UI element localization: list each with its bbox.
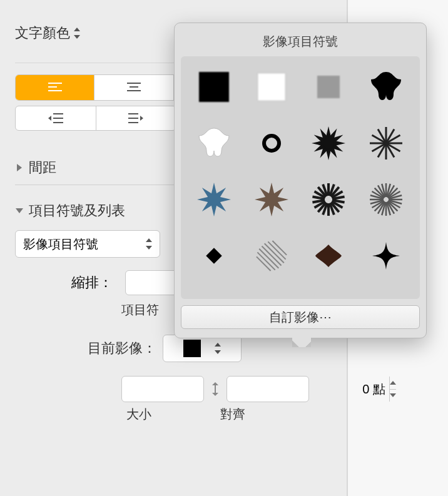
chevron-updown-icon <box>145 238 152 250</box>
text-color-dropdown[interactable]: 文字顏色 <box>15 24 80 43</box>
svg-rect-31 <box>199 72 229 102</box>
svg-marker-20 <box>17 164 22 171</box>
text-color-label: 文字顏色 <box>15 24 70 43</box>
current-image-chip <box>183 340 201 357</box>
bullet-burst-solid[interactable] <box>309 124 348 163</box>
chevron-updown-icon <box>73 28 80 39</box>
bullets-lists-label: 項目符號及列表 <box>29 201 125 220</box>
current-image-label: 目前影像： <box>88 339 156 358</box>
svg-point-42 <box>208 194 220 205</box>
custom-image-label: 自訂影像⋯ <box>269 309 332 326</box>
chevron-updown-icon <box>213 343 221 354</box>
bullet-indent-caption: 項目符 <box>121 301 159 318</box>
align-left-button[interactable] <box>16 75 94 100</box>
svg-line-91 <box>259 249 278 268</box>
stepper-up-button[interactable] <box>390 377 396 390</box>
svg-point-35 <box>323 138 334 149</box>
svg-marker-19 <box>140 116 143 121</box>
align-caption: 對齊 <box>220 406 245 423</box>
svg-marker-29 <box>390 381 396 385</box>
custom-image-button[interactable]: 自訂影像⋯ <box>181 305 420 329</box>
bullet-clover-outline[interactable] <box>195 124 233 163</box>
bullet-square-gray[interactable] <box>309 68 348 106</box>
svg-rect-33 <box>317 76 340 98</box>
svg-rect-32 <box>258 73 285 101</box>
bullet-sunray-dark[interactable] <box>309 180 348 219</box>
chevron-down-icon <box>15 208 24 214</box>
bullet-square-solid[interactable] <box>195 68 233 106</box>
bullet-type-value: 影像項目符號 <box>23 236 98 253</box>
indent-button[interactable] <box>96 106 176 130</box>
bullet-scribble[interactable] <box>252 236 291 275</box>
bullet-burst-outline[interactable] <box>367 124 405 163</box>
bullet-more[interactable] <box>252 293 291 299</box>
popover-pointer <box>292 337 311 347</box>
bullet-size-field[interactable] <box>121 376 204 402</box>
popover-title: 影像項目符號 <box>181 29 420 56</box>
bullet-grid <box>195 68 406 299</box>
bullet-burst-blue[interactable] <box>195 180 233 219</box>
size-caption: 大小 <box>126 406 151 423</box>
svg-point-34 <box>264 136 279 151</box>
bullet-square-outline[interactable] <box>252 68 291 106</box>
svg-rect-27 <box>215 385 216 393</box>
outdent-button[interactable] <box>16 106 96 130</box>
spacing-label: 間距 <box>29 158 56 177</box>
bullet-sunray-gray[interactable] <box>367 180 405 219</box>
image-bullet-popover: 影像項目符號 自訂影像⋯ <box>174 23 427 338</box>
svg-marker-21 <box>16 208 23 213</box>
current-image-dropdown[interactable] <box>163 335 242 362</box>
bullet-burst-brown[interactable] <box>252 180 291 219</box>
svg-line-89 <box>264 243 283 263</box>
bullet-align-input[interactable] <box>227 382 389 397</box>
bullet-diamond-small[interactable] <box>195 236 233 275</box>
bullet-sparkle[interactable] <box>367 236 405 275</box>
bullet-align-field[interactable] <box>227 376 309 402</box>
indent-segmented <box>15 106 176 131</box>
bullet-diamond-paint[interactable] <box>309 236 348 275</box>
stepper-down-button[interactable] <box>390 390 396 402</box>
svg-marker-30 <box>390 393 396 397</box>
chevron-right-icon <box>15 163 24 172</box>
svg-line-90 <box>262 246 281 265</box>
svg-marker-28 <box>212 393 218 396</box>
bullet-clover-solid[interactable] <box>367 68 405 106</box>
align-lock-icon[interactable] <box>209 380 221 398</box>
bullet-type-dropdown[interactable]: 影像項目符號 <box>15 230 160 258</box>
svg-marker-26 <box>212 382 218 385</box>
bullet-grid-scroll[interactable] <box>181 56 420 299</box>
align-center-button[interactable] <box>94 75 173 100</box>
svg-point-43 <box>266 194 277 205</box>
svg-rect-86 <box>206 248 221 263</box>
svg-marker-15 <box>48 116 51 121</box>
indent-label: 縮排： <box>71 273 113 292</box>
bullet-circle-outline[interactable] <box>252 124 291 163</box>
